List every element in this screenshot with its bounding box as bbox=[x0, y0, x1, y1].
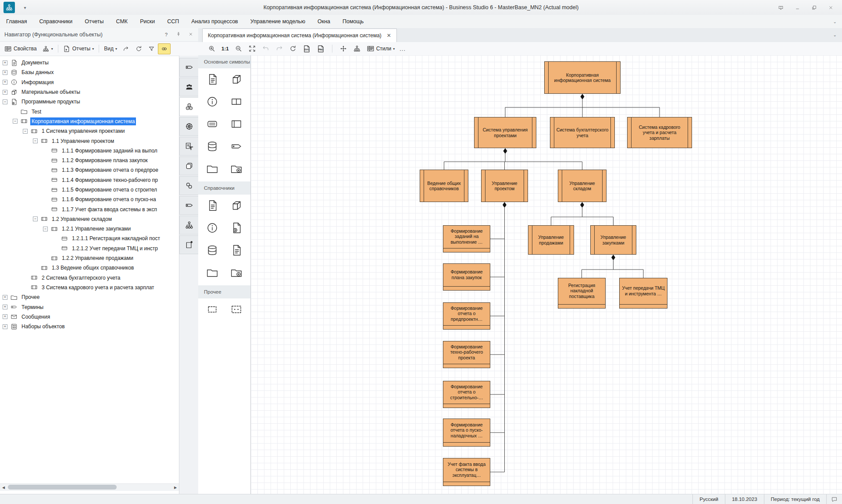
expand-icon[interactable]: + bbox=[3, 70, 7, 75]
tree-item[interactable]: +Прочее bbox=[0, 292, 179, 302]
tree-item[interactable]: +Термины bbox=[0, 302, 179, 312]
scroll-left-arrow-icon[interactable]: ◀ bbox=[0, 486, 7, 490]
reports-button[interactable]: Отчеты▾ bbox=[61, 43, 97, 54]
palette-symbol[interactable] bbox=[206, 303, 219, 318]
palette-symbol[interactable] bbox=[230, 73, 243, 88]
expand-icon[interactable]: + bbox=[3, 314, 7, 319]
expand-icon[interactable]: − bbox=[3, 99, 7, 104]
menu-item[interactable]: Риски bbox=[140, 18, 155, 25]
scroll-right-arrow-icon[interactable]: ▶ bbox=[172, 486, 179, 490]
expand-icon[interactable]: − bbox=[13, 119, 18, 124]
follow-button[interactable] bbox=[120, 43, 132, 54]
zoom-in-button[interactable] bbox=[207, 44, 217, 53]
expand-icon[interactable]: + bbox=[3, 90, 7, 95]
maximize-button[interactable] bbox=[810, 4, 817, 11]
properties-button[interactable]: Свойства bbox=[2, 43, 39, 54]
undo-button[interactable] bbox=[261, 44, 271, 53]
palette-symbol[interactable] bbox=[206, 266, 219, 281]
scrollbar-thumb[interactable] bbox=[8, 485, 117, 490]
refresh-button[interactable] bbox=[132, 43, 145, 54]
view-button[interactable]: Вид▾ bbox=[101, 44, 120, 53]
tree-item[interactable]: 1.3 Ведение общих справочников bbox=[0, 263, 179, 273]
diagram-node[interactable]: Учет передачи ТМЦ и инструмента … bbox=[619, 278, 667, 309]
export-svg-button[interactable]: SVG bbox=[302, 44, 312, 54]
palette-symbol[interactable] bbox=[206, 244, 219, 259]
expand-icon[interactable]: + bbox=[3, 324, 7, 329]
strip-button[interactable] bbox=[179, 117, 198, 136]
diagram-node[interactable]: Формирование техно-рабочего проекта bbox=[443, 341, 490, 368]
strip-button[interactable] bbox=[179, 196, 198, 215]
palette-symbol[interactable] bbox=[206, 162, 219, 177]
tree-item[interactable]: 1.1.1 Формирование заданий на выпол bbox=[0, 146, 179, 156]
pan-mode-button[interactable] bbox=[339, 44, 348, 53]
strip-button[interactable] bbox=[179, 78, 198, 96]
date-indicator[interactable]: 18.10.2023 bbox=[725, 494, 764, 504]
tree-item[interactable]: 1.1.4 Формирование техно-рабочего пр bbox=[0, 175, 179, 185]
messages-bubble-icon[interactable] bbox=[826, 494, 842, 504]
diagram-node[interactable]: Формирование отчета о предпроектн… bbox=[443, 302, 490, 330]
diagram-node[interactable]: Ведение общих справочников bbox=[420, 170, 468, 202]
strip-button[interactable] bbox=[179, 216, 198, 234]
diagram-node[interactable]: Управление складом bbox=[558, 170, 607, 202]
tree-item[interactable]: +Базы данных bbox=[0, 67, 179, 77]
tree-item[interactable]: +Информация bbox=[0, 78, 179, 87]
tree-item[interactable]: +Сообщения bbox=[0, 312, 179, 322]
palette-symbol[interactable] bbox=[230, 266, 243, 281]
tab-close-icon[interactable]: ✕ bbox=[387, 33, 391, 38]
diagram-node[interactable]: Система бухгалтерского учета bbox=[550, 117, 615, 148]
quick-access-toggle[interactable]: ▾ bbox=[19, 5, 31, 10]
strip-button[interactable] bbox=[179, 176, 198, 195]
expand-icon[interactable]: + bbox=[3, 60, 7, 65]
diagram-canvas[interactable]: Корпоративная информационная системаСист… bbox=[251, 55, 842, 494]
expand-icon[interactable]: + bbox=[3, 305, 7, 309]
strip-button[interactable] bbox=[179, 97, 198, 116]
tree-item[interactable]: +Документы bbox=[0, 58, 179, 67]
tree-item[interactable]: 1.1.5 Формирование отчета о строител bbox=[0, 185, 179, 195]
expand-icon[interactable]: − bbox=[23, 129, 28, 134]
hierarchy-button[interactable]: ▾ bbox=[39, 43, 56, 54]
diagram-node[interactable]: Система управления проектами bbox=[474, 117, 536, 148]
tree-item[interactable]: 1.1.3 Формирование отчета о предпрое bbox=[0, 165, 179, 175]
menu-item[interactable]: Управление моделью bbox=[250, 18, 305, 25]
palette-symbol[interactable] bbox=[206, 140, 219, 155]
palette-symbol[interactable] bbox=[230, 221, 243, 236]
menu-item[interactable]: Помощь bbox=[343, 18, 364, 25]
diagram-node[interactable]: Управление продажами bbox=[528, 225, 574, 255]
tree-item[interactable]: Test bbox=[0, 106, 179, 116]
expand-icon[interactable]: + bbox=[3, 80, 7, 85]
menu-item[interactable]: Окна bbox=[318, 18, 330, 25]
expand-icon[interactable]: − bbox=[33, 138, 38, 143]
minimize-button[interactable] bbox=[794, 4, 801, 11]
palette-symbol[interactable] bbox=[230, 117, 243, 132]
export-png-button[interactable]: PNG bbox=[316, 44, 326, 54]
palette-symbol[interactable] bbox=[206, 95, 219, 110]
diagram-node[interactable]: Формирование отчета о пуско-наладочных … bbox=[443, 419, 490, 447]
palette-symbol[interactable] bbox=[230, 244, 243, 259]
strip-button[interactable] bbox=[179, 137, 198, 156]
palette-symbol[interactable] bbox=[230, 162, 243, 177]
help-button[interactable]: ? bbox=[163, 32, 169, 37]
tree-item[interactable]: −1.1 Управление проектом bbox=[0, 136, 179, 146]
toolbar-more-button[interactable]: ... bbox=[400, 46, 406, 52]
layout-button[interactable] bbox=[352, 44, 362, 53]
tree-item[interactable]: +Наборы объектов bbox=[0, 322, 179, 331]
palette-symbol[interactable] bbox=[206, 221, 219, 236]
expand-icon[interactable]: + bbox=[3, 295, 7, 300]
redo-button[interactable] bbox=[275, 44, 284, 53]
horizontal-scrollbar[interactable]: ◀ ▶ bbox=[0, 483, 179, 491]
tree-item[interactable]: 3 Система кадрового учета и расчета зарп… bbox=[0, 283, 179, 292]
diagram-node[interactable]: Формирование отчета о строительно-… bbox=[443, 381, 490, 408]
strip-button[interactable] bbox=[179, 235, 198, 254]
diagram-node[interactable]: Регистрация накладной поставщика bbox=[558, 278, 606, 309]
palette-symbol[interactable] bbox=[230, 95, 243, 110]
palette-symbol[interactable] bbox=[230, 199, 243, 214]
tree-item[interactable]: 1.2.1.2 Учет передачи ТМЦ и инстр bbox=[0, 244, 179, 253]
menu-item[interactable]: Отчеты bbox=[85, 18, 103, 25]
tree-item[interactable]: 2 Система бухгалтерского учета bbox=[0, 273, 179, 283]
tree-item[interactable]: 1.1.2 Формирование плана закупок bbox=[0, 156, 179, 165]
tree-item[interactable]: −1 Система управления проектами bbox=[0, 126, 179, 136]
tree-item[interactable]: 1.2.2 Управление продажами bbox=[0, 253, 179, 263]
tree-item[interactable]: −1.2 Управление складом bbox=[0, 214, 179, 224]
tree-item[interactable]: −1.2.1 Управление закупками bbox=[0, 224, 179, 234]
palette-symbol[interactable] bbox=[230, 303, 243, 318]
